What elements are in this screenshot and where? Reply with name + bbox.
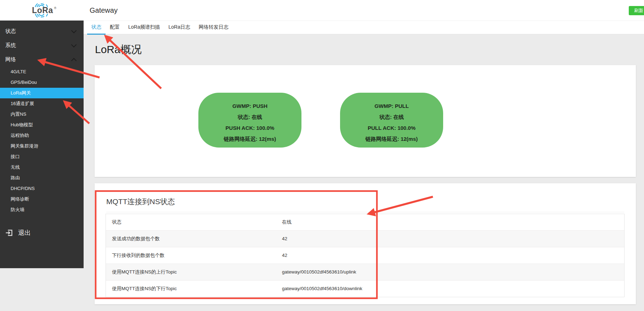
table-row: 发送成功的数据包个数 42 — [106, 230, 624, 247]
registered-mark: ® — [54, 4, 57, 12]
page-header-title: Gateway — [90, 0, 118, 21]
sidebar-item[interactable]: 网关集群漫游 — [0, 141, 84, 151]
tab-bar: 状态配置LoRa频谱扫描LoRa日志网络转发日志 — [84, 21, 644, 34]
gwmp-card-line: PULL ACK: 100.0% — [340, 122, 443, 133]
logo-signal-arcs-icon — [34, 14, 49, 18]
sidebar-item[interactable]: 16通道扩展 — [0, 98, 84, 109]
sidebar: 状态 系统 网络 4G/LTEGPS/BeiDouLoRa网关16通道扩展内置N… — [0, 21, 84, 268]
gwmp-status-panel: GWMP: PUSH状态: 在线PUSH ACK: 100.0%链路网络延迟: … — [95, 65, 636, 177]
gwmp-card-line: 链路网络延迟: 12(ms) — [340, 133, 443, 144]
sidebar-item[interactable]: Hub物模型 — [0, 120, 84, 130]
table-row-label: 发送成功的数据包个数 — [106, 231, 282, 247]
tab[interactable]: LoRa频谱扫描 — [124, 21, 164, 35]
table-row-value: gateway/0010502df4563610/uplink — [282, 264, 624, 280]
logout-button[interactable]: 退出 — [0, 226, 84, 239]
table-row-value: 在线 — [282, 214, 624, 230]
tab[interactable]: LoRa日志 — [164, 21, 194, 35]
tab[interactable]: 配置 — [106, 21, 124, 35]
sidebar-group[interactable]: 系统 — [0, 38, 84, 52]
sidebar-group-label: 网络 — [5, 56, 16, 62]
header: LoRa® Gateway 刷新 — [0, 0, 644, 21]
table-row-value: 42 — [282, 231, 624, 247]
logout-icon — [5, 229, 13, 237]
mqtt-section-heading: MQTT连接到NS状态 — [106, 197, 175, 207]
table-row-label: 使用MQTT连接NS的上行Topic — [106, 264, 282, 280]
sidebar-group[interactable]: 网络 — [0, 52, 84, 67]
sidebar-item[interactable]: 4G/LTE — [0, 67, 84, 77]
page-title: LoRa概况 — [95, 42, 142, 57]
lora-logo-text: LoRa® — [32, 6, 53, 14]
sidebar-item[interactable]: 网络诊断 — [0, 194, 84, 205]
table-row: 使用MQTT连接NS的上行Topic gateway/0010502df4563… — [106, 264, 624, 280]
table-row: 下行接收到的数据包个数 42 — [106, 247, 624, 264]
refresh-button[interactable]: 刷新 — [629, 6, 644, 15]
gwmp-card-line: GWMP: PUSH — [198, 100, 301, 111]
table-row: 使用MQTT连接NS的下行Topic gateway/0010502df4563… — [106, 280, 624, 297]
logo-signal-arcs-icon — [34, 3, 49, 7]
gwmp-card-line: 状态: 在线 — [340, 111, 443, 122]
sidebar-item[interactable]: 防火墙 — [0, 205, 84, 215]
sidebar-item[interactable]: LoRa网关 — [0, 88, 84, 98]
gwmp-card-line: 链路网络延迟: 12(ms) — [198, 133, 301, 144]
divider — [106, 212, 624, 212]
table-row-label: 使用MQTT连接NS的下行Topic — [106, 281, 282, 297]
sidebar-group[interactable]: 状态 — [0, 24, 84, 38]
gwmp-pull-card: GWMP: PULL状态: 在线PULL ACK: 100.0%链路网络延迟: … — [340, 93, 443, 148]
sidebar-group-label: 系统 — [5, 42, 16, 48]
gwmp-card-line: PUSH ACK: 100.0% — [198, 122, 301, 133]
app-window: LoRa® Gateway 刷新 状态 系统 网络 — [0, 0, 644, 311]
sidebar-item[interactable]: 远程协助 — [0, 130, 84, 141]
chevron-up-icon — [71, 58, 77, 64]
mqtt-status-table: 状态 在线 发送成功的数据包个数 42 下行接收到的数据包个数 42 使用MQT… — [106, 214, 625, 297]
gwmp-card-line: GWMP: PULL — [340, 100, 443, 111]
chevron-down-icon — [71, 28, 77, 34]
table-row-value: 42 — [282, 247, 624, 264]
gwmp-push-card: GWMP: PUSH状态: 在线PUSH ACK: 100.0%链路网络延迟: … — [198, 93, 301, 148]
table-row: 状态 在线 — [106, 214, 624, 230]
sidebar-item[interactable]: GPS/BeiDou — [0, 77, 84, 88]
gwmp-card-line: 状态: 在线 — [198, 111, 301, 122]
sidebar-item[interactable]: 路由 — [0, 173, 84, 183]
logout-label: 退出 — [18, 229, 31, 237]
lora-logo: LoRa® — [26, 1, 60, 19]
table-row-value: gateway/0010502df4563610/downlink — [282, 281, 624, 297]
sidebar-item[interactable]: DHCP/DNS — [0, 183, 84, 194]
tab[interactable]: 网络转发日志 — [194, 21, 233, 35]
tab[interactable]: 状态 — [87, 21, 106, 35]
chevron-down-icon — [71, 42, 77, 48]
sidebar-item[interactable]: 无线 — [0, 162, 84, 173]
sidebar-item[interactable]: 内置NS — [0, 109, 84, 120]
sidebar-group-label: 状态 — [5, 28, 16, 34]
mqtt-status-panel: MQTT连接到NS状态 状态 在线 发送成功的数据包个数 42 下行接收到的数据… — [95, 183, 636, 304]
table-row-label: 状态 — [106, 214, 282, 230]
sidebar-item[interactable]: 接口 — [0, 151, 84, 162]
table-row-label: 下行接收到的数据包个数 — [106, 247, 282, 264]
